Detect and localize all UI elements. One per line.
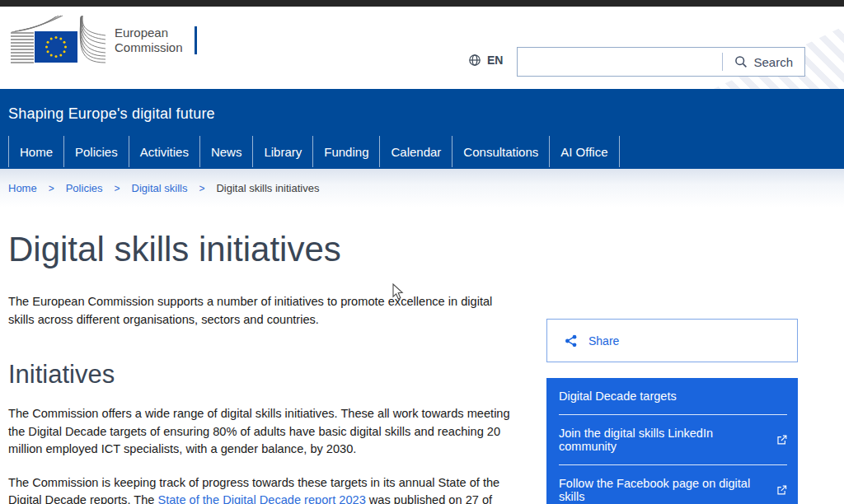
ec-logo[interactable]: European Commission — [8, 15, 197, 66]
intro-paragraph: The European Commission supports a numbe… — [8, 293, 518, 329]
search-icon — [734, 55, 748, 68]
breadcrumb-current: Digital skills initiatives — [216, 182, 319, 194]
globe-icon — [468, 54, 481, 67]
site-header: European Commission EN Search — [0, 7, 844, 89]
breadcrumb-home[interactable]: Home — [8, 182, 37, 194]
sidebar: Share Digital Decade targets Join the di… — [546, 319, 798, 504]
nav-item-calendar[interactable]: Calendar — [379, 136, 452, 167]
search-box: Search — [517, 47, 805, 77]
breadcrumb-digital-skills[interactable]: Digital skills — [132, 182, 188, 194]
share-label: Share — [588, 334, 619, 348]
share-button[interactable]: Share — [546, 319, 798, 362]
language-code: EN — [487, 54, 503, 67]
quicklink-label: Follow the Facebook page on digital skil… — [559, 477, 771, 503]
quicklink-linkedin-community[interactable]: Join the digital skills LinkedIn communi… — [559, 414, 787, 464]
breadcrumb-policies[interactable]: Policies — [66, 182, 103, 194]
quicklinks-box: Digital Decade targets Join the digital … — [546, 378, 798, 504]
link-state-of-digital-decade-report-2023[interactable]: State of the Digital Decade report 2023 — [157, 493, 365, 504]
quicklink-facebook-page[interactable]: Follow the Facebook page on digital skil… — [559, 464, 787, 504]
breadcrumb-separator: > — [199, 183, 204, 194]
ec-logo-wordmark: European Commission — [115, 26, 183, 55]
paragraph-initiatives: The Commission offers a wide range of di… — [8, 405, 518, 459]
nav-item-home[interactable]: Home — [8, 136, 63, 167]
breadcrumb-separator: > — [49, 183, 54, 194]
site-title[interactable]: Shaping Europe's digital future — [8, 105, 215, 123]
breadcrumb: Home > Policies > Digital skills > Digit… — [0, 169, 844, 208]
external-link-icon — [777, 435, 787, 445]
logo-divider — [195, 26, 197, 54]
main-nav: Home Policies Activities News Library Fu… — [8, 136, 620, 167]
quicklink-label: Digital Decade targets — [559, 390, 677, 403]
quicklink-digital-decade-targets[interactable]: Digital Decade targets — [559, 378, 787, 414]
nav-item-news[interactable]: News — [199, 136, 253, 167]
nav-item-consultations[interactable]: Consultations — [452, 136, 549, 167]
logo-line-2: Commission — [115, 40, 183, 55]
breadcrumb-separator: > — [115, 183, 120, 194]
paragraph-report: The Commission is keeping track of progr… — [8, 474, 518, 504]
language-selector[interactable]: EN — [468, 54, 503, 67]
ec-flag-icon — [8, 15, 107, 66]
external-link-icon — [777, 485, 787, 495]
search-button-label: Search — [753, 55, 793, 69]
share-icon — [565, 334, 578, 348]
nav-item-ai-office[interactable]: AI Office — [549, 136, 619, 167]
nav-item-policies[interactable]: Policies — [63, 136, 129, 167]
logo-line-1: European — [115, 26, 183, 40]
page-title: Digital skills initiatives — [8, 230, 844, 269]
quicklink-label: Join the digital skills LinkedIn communi… — [559, 427, 771, 453]
nav-item-funding[interactable]: Funding — [312, 136, 379, 167]
nav-item-activities[interactable]: Activities — [129, 136, 199, 167]
site-banner: Shaping Europe's digital future Home Pol… — [0, 89, 844, 169]
main-content: Digital skills initiatives The European … — [0, 230, 844, 504]
nav-item-library[interactable]: Library — [252, 136, 312, 167]
top-bar — [0, 0, 844, 7]
search-input[interactable] — [518, 48, 722, 76]
search-button[interactable]: Search — [723, 48, 804, 76]
